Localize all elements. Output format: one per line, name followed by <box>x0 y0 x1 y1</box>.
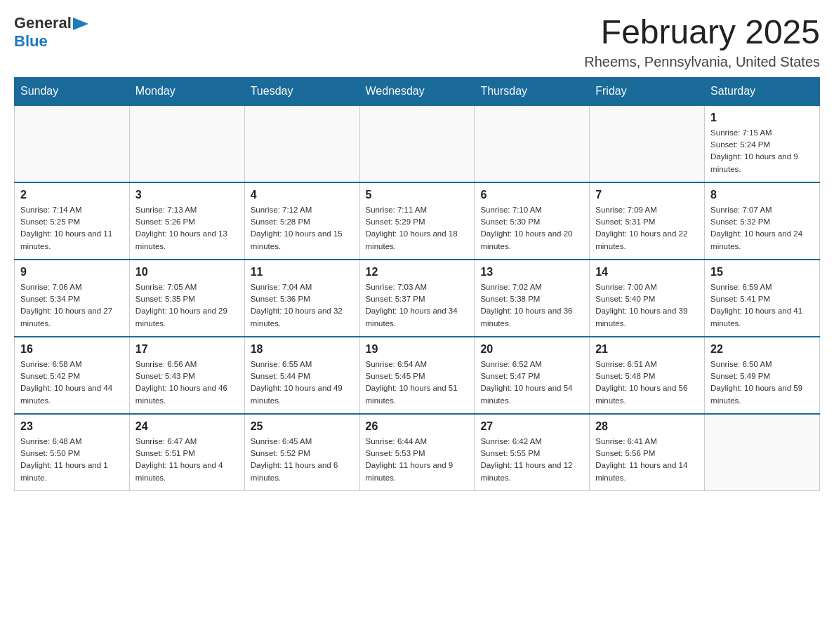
day-info: Sunrise: 7:06 AMSunset: 5:34 PMDaylight:… <box>20 281 124 330</box>
days-header-row: SundayMondayTuesdayWednesdayThursdayFrid… <box>15 77 820 105</box>
calendar-cell <box>705 414 820 491</box>
day-info: Sunrise: 7:10 AMSunset: 5:30 PMDaylight:… <box>480 204 583 253</box>
day-info: Sunrise: 6:50 AMSunset: 5:49 PMDaylight:… <box>710 358 814 407</box>
day-info: Sunrise: 7:09 AMSunset: 5:31 PMDaylight:… <box>595 204 699 253</box>
calendar-cell: 10Sunrise: 7:05 AMSunset: 5:35 PMDayligh… <box>129 260 244 337</box>
day-of-week-header: Monday <box>129 77 244 105</box>
logo-general-text: General <box>14 14 72 32</box>
logo-triangle-icon <box>73 18 88 30</box>
day-info: Sunrise: 6:47 AMSunset: 5:51 PMDaylight:… <box>135 436 239 484</box>
day-number: 23 <box>20 420 124 433</box>
day-info: Sunrise: 6:44 AMSunset: 5:53 PMDaylight:… <box>366 436 469 484</box>
calendar-cell: 3Sunrise: 7:13 AMSunset: 5:26 PMDaylight… <box>129 182 244 260</box>
calendar-cell: 23Sunrise: 6:48 AMSunset: 5:50 PMDayligh… <box>15 414 130 491</box>
day-info: Sunrise: 7:03 AMSunset: 5:37 PMDaylight:… <box>366 281 469 330</box>
day-number: 14 <box>595 266 699 279</box>
calendar-cell: 26Sunrise: 6:44 AMSunset: 5:53 PMDayligh… <box>359 414 475 491</box>
calendar-cell: 19Sunrise: 6:54 AMSunset: 5:45 PMDayligh… <box>359 337 475 414</box>
calendar-cell: 18Sunrise: 6:55 AMSunset: 5:44 PMDayligh… <box>244 337 359 414</box>
day-info: Sunrise: 6:41 AMSunset: 5:56 PMDaylight:… <box>595 436 699 484</box>
day-info: Sunrise: 7:02 AMSunset: 5:38 PMDaylight:… <box>480 281 583 330</box>
day-info: Sunrise: 7:00 AMSunset: 5:40 PMDaylight:… <box>595 281 699 330</box>
day-info: Sunrise: 7:05 AMSunset: 5:35 PMDaylight:… <box>135 281 239 330</box>
title-area: February 2025 Rheems, Pennsylvania, Unit… <box>584 14 820 70</box>
calendar-cell: 2Sunrise: 7:14 AMSunset: 5:25 PMDaylight… <box>15 182 130 260</box>
calendar-cell: 11Sunrise: 7:04 AMSunset: 5:36 PMDayligh… <box>244 260 359 337</box>
calendar-cell <box>15 105 130 182</box>
week-row: 2Sunrise: 7:14 AMSunset: 5:25 PMDaylight… <box>15 182 820 260</box>
day-info: Sunrise: 7:04 AMSunset: 5:36 PMDaylight:… <box>251 281 354 330</box>
day-info: Sunrise: 6:48 AMSunset: 5:50 PMDaylight:… <box>20 436 124 484</box>
calendar-cell: 12Sunrise: 7:03 AMSunset: 5:37 PMDayligh… <box>359 260 475 337</box>
day-number: 21 <box>595 343 699 356</box>
day-info: Sunrise: 7:12 AMSunset: 5:28 PMDaylight:… <box>251 204 354 253</box>
day-info: Sunrise: 7:14 AMSunset: 5:25 PMDaylight:… <box>20 204 124 253</box>
calendar-cell: 27Sunrise: 6:42 AMSunset: 5:55 PMDayligh… <box>475 414 590 491</box>
day-info: Sunrise: 6:51 AMSunset: 5:48 PMDaylight:… <box>595 358 699 407</box>
calendar-cell: 20Sunrise: 6:52 AMSunset: 5:47 PMDayligh… <box>475 337 590 414</box>
calendar-cell: 6Sunrise: 7:10 AMSunset: 5:30 PMDaylight… <box>475 182 590 260</box>
day-info: Sunrise: 7:07 AMSunset: 5:32 PMDaylight:… <box>710 204 814 253</box>
day-number: 19 <box>366 343 469 356</box>
calendar-subtitle: Rheems, Pennsylvania, United States <box>584 54 820 70</box>
day-number: 6 <box>480 189 583 201</box>
day-number: 22 <box>710 343 814 356</box>
day-number: 20 <box>480 343 583 356</box>
day-number: 25 <box>251 420 354 433</box>
calendar-cell: 15Sunrise: 6:59 AMSunset: 5:41 PMDayligh… <box>705 260 820 337</box>
day-info: Sunrise: 6:59 AMSunset: 5:41 PMDaylight:… <box>710 281 814 330</box>
day-number: 7 <box>595 189 699 201</box>
day-number: 27 <box>480 420 583 433</box>
week-row: 23Sunrise: 6:48 AMSunset: 5:50 PMDayligh… <box>15 414 820 491</box>
calendar-cell: 28Sunrise: 6:41 AMSunset: 5:56 PMDayligh… <box>590 414 705 491</box>
calendar-cell <box>129 105 244 182</box>
day-number: 16 <box>20 343 124 356</box>
calendar-cell: 7Sunrise: 7:09 AMSunset: 5:31 PMDaylight… <box>590 182 705 260</box>
day-number: 28 <box>595 420 699 433</box>
svg-marker-0 <box>73 18 88 30</box>
day-number: 26 <box>366 420 469 433</box>
day-number: 2 <box>20 189 124 201</box>
day-number: 15 <box>710 266 814 279</box>
logo: General Blue <box>14 14 88 51</box>
day-number: 17 <box>135 343 239 356</box>
day-number: 8 <box>710 189 814 201</box>
day-info: Sunrise: 6:52 AMSunset: 5:47 PMDaylight:… <box>480 358 583 407</box>
day-number: 13 <box>480 266 583 279</box>
calendar-cell: 14Sunrise: 7:00 AMSunset: 5:40 PMDayligh… <box>590 260 705 337</box>
day-of-week-header: Sunday <box>15 77 130 105</box>
calendar-cell: 8Sunrise: 7:07 AMSunset: 5:32 PMDaylight… <box>705 182 820 260</box>
day-of-week-header: Wednesday <box>359 77 475 105</box>
calendar-cell: 21Sunrise: 6:51 AMSunset: 5:48 PMDayligh… <box>590 337 705 414</box>
day-info: Sunrise: 6:55 AMSunset: 5:44 PMDaylight:… <box>251 358 354 407</box>
day-info: Sunrise: 6:56 AMSunset: 5:43 PMDaylight:… <box>135 358 239 407</box>
day-number: 12 <box>366 266 469 279</box>
calendar-cell: 22Sunrise: 6:50 AMSunset: 5:49 PMDayligh… <box>705 337 820 414</box>
day-info: Sunrise: 7:11 AMSunset: 5:29 PMDaylight:… <box>366 204 469 253</box>
day-number: 10 <box>135 266 239 279</box>
day-of-week-header: Thursday <box>475 77 590 105</box>
calendar-cell: 4Sunrise: 7:12 AMSunset: 5:28 PMDaylight… <box>244 182 359 260</box>
calendar-cell: 5Sunrise: 7:11 AMSunset: 5:29 PMDaylight… <box>359 182 475 260</box>
calendar-cell: 25Sunrise: 6:45 AMSunset: 5:52 PMDayligh… <box>244 414 359 491</box>
day-number: 1 <box>710 112 814 124</box>
calendar-cell: 9Sunrise: 7:06 AMSunset: 5:34 PMDaylight… <box>15 260 130 337</box>
calendar-cell <box>590 105 705 182</box>
calendar-title: February 2025 <box>584 14 820 51</box>
calendar-cell <box>475 105 590 182</box>
calendar-cell <box>244 105 359 182</box>
calendar-cell: 16Sunrise: 6:58 AMSunset: 5:42 PMDayligh… <box>15 337 130 414</box>
day-number: 3 <box>135 189 239 201</box>
day-info: Sunrise: 6:58 AMSunset: 5:42 PMDaylight:… <box>20 358 124 407</box>
day-number: 24 <box>135 420 239 433</box>
calendar-cell: 1Sunrise: 7:15 AMSunset: 5:24 PMDaylight… <box>705 105 820 182</box>
week-row: 9Sunrise: 7:06 AMSunset: 5:34 PMDaylight… <box>15 260 820 337</box>
day-number: 4 <box>251 189 354 201</box>
day-of-week-header: Tuesday <box>244 77 359 105</box>
day-number: 11 <box>251 266 354 279</box>
day-of-week-header: Saturday <box>705 77 820 105</box>
calendar-cell <box>359 105 475 182</box>
logo-blue-text: Blue <box>14 32 48 50</box>
day-info: Sunrise: 7:13 AMSunset: 5:26 PMDaylight:… <box>135 204 239 253</box>
week-row: 16Sunrise: 6:58 AMSunset: 5:42 PMDayligh… <box>15 337 820 414</box>
